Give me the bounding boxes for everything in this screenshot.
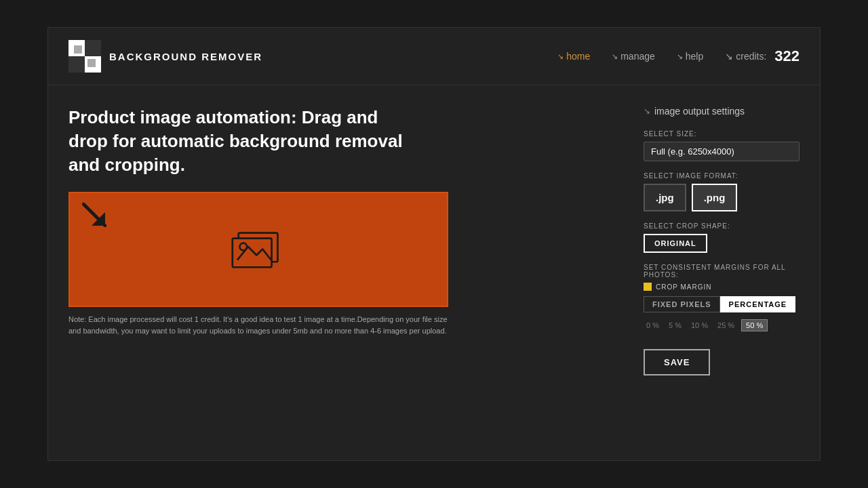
svg-marker-6 bbox=[87, 59, 96, 67]
navbar: BACKGROUND REMOVER ↘ home ↘ manage ↘ hel… bbox=[48, 28, 820, 85]
margin-block: SET CONSISTENT MARGINS FOR ALL PHOTOS: C… bbox=[644, 264, 800, 331]
home-arrow-icon: ↘ bbox=[557, 52, 564, 61]
margin-tabs: FIXED PIXELS PERCENTAGE bbox=[644, 296, 800, 312]
percentage-tab[interactable]: PERCENTAGE bbox=[720, 296, 796, 312]
main-content: Product image automation: Drag and drop … bbox=[48, 85, 820, 460]
right-panel: ↘ image output settings SELECT SIZE: Ful… bbox=[644, 106, 800, 440]
credits-value: 322 bbox=[774, 47, 800, 65]
credits-arrow-icon: ↘ bbox=[725, 51, 733, 62]
svg-marker-4 bbox=[85, 40, 101, 56]
svg-marker-5 bbox=[74, 45, 82, 54]
dropzone-arrow-icon bbox=[82, 203, 106, 227]
crop-original-button[interactable]: ORIGINAL bbox=[644, 234, 707, 253]
dropzone-note: Note: Each image processed will cost 1 c… bbox=[68, 314, 448, 336]
pct-0[interactable]: 0 % bbox=[644, 320, 662, 331]
image-placeholder-icon bbox=[231, 229, 285, 270]
format-buttons: .jpg .png bbox=[644, 184, 800, 211]
format-block: SELECT IMAGE FORMAT: .jpg .png bbox=[644, 172, 800, 211]
save-button[interactable]: SAVE bbox=[644, 349, 710, 375]
credits-area: ↘ credits: 322 bbox=[725, 47, 800, 65]
margin-main-label: SET CONSISTENT MARGINS FOR ALL PHOTOS: bbox=[644, 264, 800, 279]
crop-margin-row: CROP MARGIN bbox=[644, 283, 800, 291]
pct-50[interactable]: 50 % bbox=[741, 319, 768, 331]
hero-title: Product image automation: Drag and drop … bbox=[68, 106, 421, 177]
crop-shape-label: SELECT CROP SHAPE: bbox=[644, 222, 800, 230]
format-label: SELECT IMAGE FORMAT: bbox=[644, 172, 800, 180]
pct-10[interactable]: 10 % bbox=[688, 320, 711, 331]
format-jpg-button[interactable]: .jpg bbox=[644, 184, 686, 211]
settings-arrow-icon: ↘ bbox=[644, 106, 650, 116]
nav-manage[interactable]: ↘ manage bbox=[612, 51, 655, 62]
size-block: SELECT SIZE: Full (e.g. 6250x4000) Mediu… bbox=[644, 130, 800, 161]
fixed-pixels-tab[interactable]: FIXED PIXELS bbox=[644, 296, 720, 312]
format-png-button[interactable]: .png bbox=[692, 184, 738, 211]
dropzone[interactable] bbox=[68, 192, 448, 307]
svg-marker-3 bbox=[68, 56, 85, 73]
nav-home[interactable]: ↘ home bbox=[557, 51, 590, 62]
nav-links: ↘ home ↘ manage ↘ help ↘ credits: 322 bbox=[557, 47, 800, 65]
pct-5[interactable]: 5 % bbox=[666, 320, 684, 331]
left-panel: Product image automation: Drag and drop … bbox=[68, 106, 616, 440]
size-label: SELECT SIZE: bbox=[644, 130, 800, 138]
crop-shape-buttons: ORIGINAL bbox=[644, 234, 800, 253]
crop-shape-block: SELECT CROP SHAPE: ORIGINAL bbox=[644, 222, 800, 253]
logo-icon bbox=[68, 40, 101, 73]
settings-header: ↘ image output settings bbox=[644, 106, 800, 117]
app-title: BACKGROUND REMOVER bbox=[109, 51, 262, 62]
manage-arrow-icon: ↘ bbox=[612, 52, 618, 61]
nav-help[interactable]: ↘ help bbox=[677, 51, 703, 62]
crop-margin-label: CROP MARGIN bbox=[656, 283, 712, 291]
percentage-options: 0 % 5 % 10 % 25 % 50 % bbox=[644, 319, 800, 331]
size-select[interactable]: Full (e.g. 6250x4000) Medium (e.g. 3000x… bbox=[644, 142, 800, 161]
logo-area: BACKGROUND REMOVER bbox=[68, 40, 262, 73]
pct-25[interactable]: 25 % bbox=[715, 320, 737, 331]
crop-margin-color-dot bbox=[644, 283, 652, 291]
help-arrow-icon: ↘ bbox=[677, 52, 683, 61]
